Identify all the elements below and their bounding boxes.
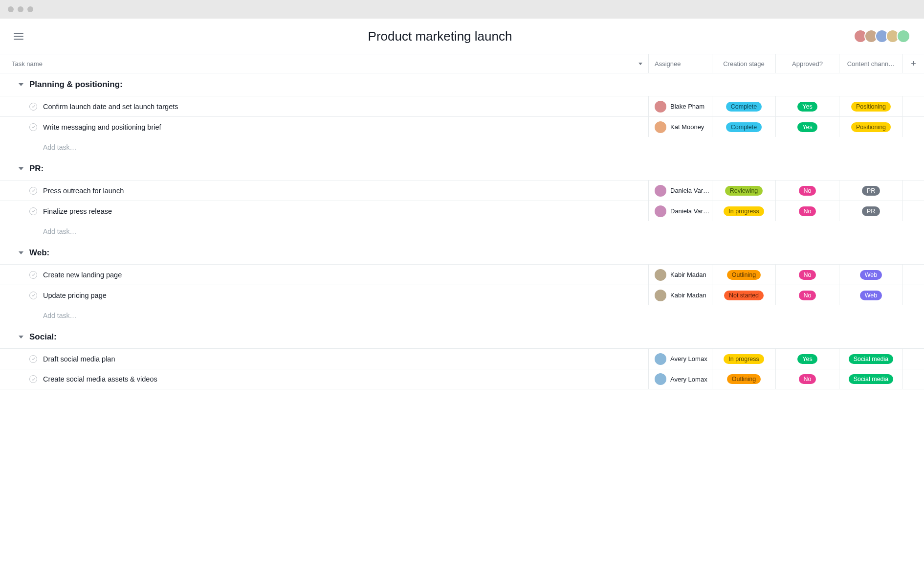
approved-pill: No xyxy=(799,291,816,300)
task-name-cell: Write messaging and positioning brief xyxy=(0,123,648,131)
channel-pill: Web xyxy=(860,291,882,300)
approved-cell[interactable]: No xyxy=(775,265,839,285)
channel-cell[interactable]: Social media xyxy=(839,369,902,389)
stage-cell[interactable]: Outlining xyxy=(712,369,775,389)
window-control-dot[interactable] xyxy=(8,6,14,12)
task-row[interactable]: Finalize press releaseDaniela Var…In pro… xyxy=(0,201,924,221)
complete-checkbox[interactable] xyxy=(29,123,37,131)
columns-header: Task name Assignee Creation stage Approv… xyxy=(0,54,924,73)
stage-cell[interactable]: Complete xyxy=(712,117,775,137)
section: Planning & positioning:Confirm launch da… xyxy=(0,73,924,158)
task-row[interactable]: Create new landing pageKabir MadanOutlin… xyxy=(0,264,924,285)
section-caret-icon[interactable] xyxy=(19,83,23,86)
stage-pill: Complete xyxy=(726,122,762,132)
stage-cell[interactable]: In progress xyxy=(712,201,775,221)
approved-cell[interactable]: No xyxy=(775,180,839,201)
app-header: Product marketing launch xyxy=(0,19,924,54)
task-name: Create social media assets & videos xyxy=(43,375,157,383)
assignee-cell[interactable]: Avery Lomax xyxy=(648,369,712,389)
column-header-approved[interactable]: Approved? xyxy=(775,54,839,73)
collaborator-avatars[interactable] xyxy=(857,29,910,43)
assignee-cell[interactable]: Kat Mooney xyxy=(648,117,712,137)
menu-icon[interactable] xyxy=(14,33,23,40)
assignee-cell[interactable]: Daniela Var… xyxy=(648,180,712,201)
approved-pill: Yes xyxy=(797,102,817,112)
channel-cell[interactable]: PR xyxy=(839,180,902,201)
approved-cell[interactable]: Yes xyxy=(775,349,839,369)
task-row[interactable]: Draft social media planAvery LomaxIn pro… xyxy=(0,348,924,369)
stage-pill: Reviewing xyxy=(725,186,763,196)
stage-pill: In progress xyxy=(724,354,764,364)
column-header-assignee[interactable]: Assignee xyxy=(648,54,712,73)
approved-cell[interactable]: No xyxy=(775,369,839,389)
task-name: Write messaging and positioning brief xyxy=(43,123,161,131)
task-row[interactable]: Confirm launch date and set launch targe… xyxy=(0,96,924,116)
task-row[interactable]: Press outreach for launchDaniela Var…Rev… xyxy=(0,180,924,201)
assignee-cell[interactable]: Kabir Madan xyxy=(648,265,712,285)
window-control-dot[interactable] xyxy=(27,6,33,12)
channel-cell[interactable]: Web xyxy=(839,265,902,285)
complete-checkbox[interactable] xyxy=(29,187,37,195)
channel-cell[interactable]: Positioning xyxy=(839,117,902,137)
assignee-name: Blake Pham xyxy=(670,103,704,110)
channel-cell[interactable]: Social media xyxy=(839,349,902,369)
channel-pill: Social media xyxy=(849,354,894,364)
stage-pill: In progress xyxy=(724,206,764,216)
task-row[interactable]: Create social media assets & videosAvery… xyxy=(0,369,924,389)
section-header[interactable]: Social: xyxy=(0,326,924,348)
add-column-button[interactable]: + xyxy=(902,54,924,73)
column-header-stage[interactable]: Creation stage xyxy=(712,54,775,73)
task-row[interactable]: Update pricing pageKabir MadanNot starte… xyxy=(0,285,924,305)
avatar xyxy=(655,353,666,365)
approved-cell[interactable]: Yes xyxy=(775,117,839,137)
add-task-button[interactable]: Add task… xyxy=(0,137,924,158)
stage-cell[interactable]: Outlining xyxy=(712,265,775,285)
complete-checkbox[interactable] xyxy=(29,355,37,363)
assignee-cell[interactable]: Kabir Madan xyxy=(648,285,712,305)
avatar xyxy=(655,373,666,385)
column-header-channel[interactable]: Content chann… xyxy=(839,54,902,73)
add-task-button[interactable]: Add task… xyxy=(0,221,924,242)
approved-cell[interactable]: No xyxy=(775,201,839,221)
stage-pill: Not started xyxy=(724,291,764,300)
avatar xyxy=(655,205,666,217)
complete-checkbox[interactable] xyxy=(29,103,37,111)
task-row[interactable]: Write messaging and positioning briefKat… xyxy=(0,116,924,137)
stage-cell[interactable]: Complete xyxy=(712,96,775,116)
section-caret-icon[interactable] xyxy=(19,167,23,170)
section-caret-icon[interactable] xyxy=(19,336,23,338)
section-header[interactable]: PR: xyxy=(0,158,924,180)
complete-checkbox[interactable] xyxy=(29,292,37,299)
section: PR:Press outreach for launchDaniela Var…… xyxy=(0,158,924,242)
complete-checkbox[interactable] xyxy=(29,271,37,279)
chevron-down-icon[interactable] xyxy=(638,63,642,65)
window-control-dot[interactable] xyxy=(18,6,23,12)
avatar[interactable] xyxy=(897,29,910,43)
assignee-cell[interactable]: Avery Lomax xyxy=(648,349,712,369)
approved-cell[interactable]: Yes xyxy=(775,96,839,116)
assignee-name: Daniela Var… xyxy=(670,207,709,215)
section-header[interactable]: Web: xyxy=(0,242,924,264)
assignee-cell[interactable]: Daniela Var… xyxy=(648,201,712,221)
task-name-cell: Press outreach for launch xyxy=(0,187,648,195)
row-extra-cell xyxy=(902,180,924,201)
assignee-name: Avery Lomax xyxy=(670,355,707,362)
approved-cell[interactable]: No xyxy=(775,285,839,305)
section-header[interactable]: Planning & positioning: xyxy=(0,73,924,96)
stage-cell[interactable]: Reviewing xyxy=(712,180,775,201)
section-title: Social: xyxy=(29,332,57,342)
channel-cell[interactable]: Positioning xyxy=(839,96,902,116)
assignee-cell[interactable]: Blake Pham xyxy=(648,96,712,116)
channel-cell[interactable]: PR xyxy=(839,201,902,221)
column-header-task[interactable]: Task name xyxy=(0,60,648,68)
add-task-button[interactable]: Add task… xyxy=(0,305,924,326)
complete-checkbox[interactable] xyxy=(29,207,37,215)
row-extra-cell xyxy=(902,201,924,221)
complete-checkbox[interactable] xyxy=(29,375,37,383)
assignee-name: Kat Mooney xyxy=(670,123,704,131)
section-caret-icon[interactable] xyxy=(19,251,23,254)
row-extra-cell xyxy=(902,96,924,116)
stage-cell[interactable]: In progress xyxy=(712,349,775,369)
channel-cell[interactable]: Web xyxy=(839,285,902,305)
stage-cell[interactable]: Not started xyxy=(712,285,775,305)
